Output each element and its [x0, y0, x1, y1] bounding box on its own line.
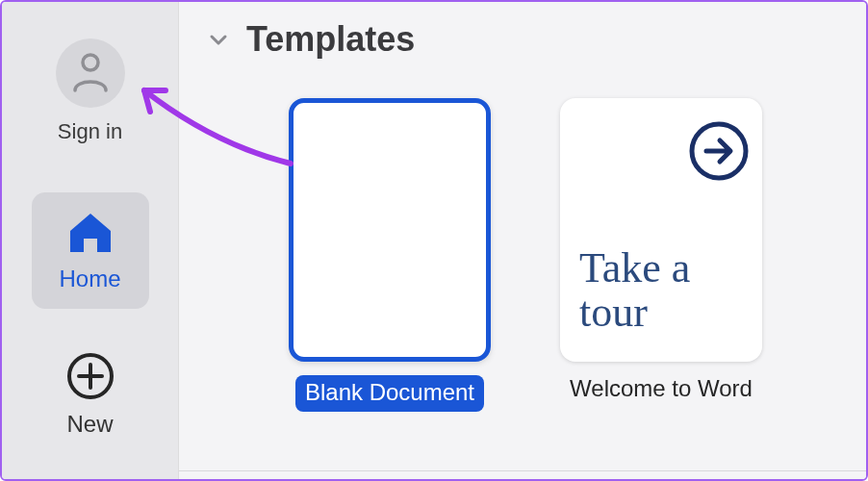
home-icon	[66, 210, 115, 256]
avatar	[56, 38, 125, 108]
divider	[179, 470, 866, 471]
person-icon	[71, 52, 110, 94]
template-label: Welcome to Word	[570, 375, 753, 402]
section-title: Templates	[246, 19, 415, 60]
template-blank-document[interactable]: Blank Document	[289, 98, 491, 412]
sidebar-item-new[interactable]: New	[32, 336, 149, 452]
template-welcome-to-word[interactable]: Take a tour Welcome to Word	[560, 98, 762, 412]
signin-label: Sign in	[58, 119, 122, 144]
templates-header[interactable]: Templates	[208, 19, 837, 60]
template-thumbnail	[289, 98, 491, 362]
app-root: Sign in Home New Templates	[2, 2, 866, 479]
sidebar: Sign in Home New	[2, 2, 179, 479]
template-thumbnail: Take a tour	[560, 98, 762, 362]
arrow-right-circle-icon	[685, 117, 753, 189]
plus-circle-icon	[65, 351, 115, 401]
tour-text: Take a tour	[579, 246, 743, 335]
sidebar-item-home[interactable]: Home	[32, 192, 149, 309]
main-area: Templates Blank Document Take a tour	[179, 2, 866, 479]
sidebar-item-label: New	[66, 411, 113, 438]
chevron-down-icon	[208, 29, 229, 50]
svg-point-0	[83, 55, 98, 70]
sidebar-item-label: Home	[59, 266, 120, 292]
template-label: Blank Document	[295, 375, 484, 412]
templates-row: Blank Document Take a tour Welcome to Wo…	[208, 98, 837, 412]
signin-button[interactable]: Sign in	[56, 38, 125, 144]
